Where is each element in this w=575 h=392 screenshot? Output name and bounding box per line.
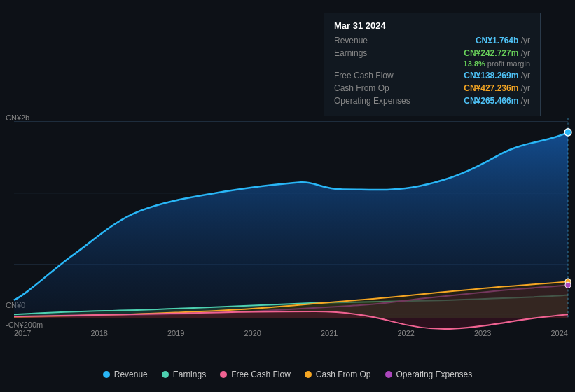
legend-label-revenue: Revenue: [114, 370, 148, 379]
tooltip-label-revenue: Revenue: [334, 36, 368, 46]
tooltip-label-fcf: Free Cash Flow: [334, 71, 394, 80]
tooltip-box: Mar 31 2024 Revenue CN¥1.764b /yr Earnin…: [324, 13, 541, 116]
tooltip-row-cfo: Cash From Op CN¥427.236m /yr: [334, 83, 530, 93]
tooltip-row-fcf: Free Cash Flow CN¥138.269m /yr: [334, 71, 530, 80]
legend-label-fcf: Free Cash Flow: [231, 370, 291, 379]
tooltip-row-opex: Operating Expenses CN¥265.466m /yr: [334, 96, 530, 106]
legend-dot-earnings: [162, 371, 169, 378]
x-label-2023: 2023: [474, 329, 491, 337]
tooltip-value-revenue: CN¥1.764b /yr: [476, 36, 530, 46]
tooltip-label-opex: Operating Expenses: [334, 96, 410, 106]
tooltip-date: Mar 31 2024: [334, 20, 530, 31]
tooltip-value-fcf: CN¥138.269m /yr: [464, 71, 530, 80]
svg-point-5: [564, 129, 571, 136]
x-label-2021: 2021: [321, 329, 338, 337]
legend-fcf[interactable]: Free Cash Flow: [220, 370, 291, 379]
x-axis: 2017 2018 2019 2020 2021 2022 2023 2024: [14, 329, 568, 337]
legend: Revenue Earnings Free Cash Flow Cash Fro…: [0, 370, 575, 379]
chart-container: Mar 31 2024 Revenue CN¥1.764b /yr Earnin…: [0, 0, 575, 392]
legend-label-opex: Operating Expenses: [396, 370, 473, 379]
x-label-2018: 2018: [91, 329, 108, 337]
tooltip-margin-pct: 13.8%: [464, 59, 485, 68]
legend-dot-fcf: [220, 371, 227, 378]
legend-dot-cfo: [305, 371, 312, 378]
x-label-2017: 2017: [14, 329, 31, 337]
tooltip-margin-label: profit margin: [487, 59, 530, 68]
tooltip-value-opex: CN¥265.466m /yr: [464, 96, 530, 106]
legend-label-cfo: Cash From Op: [316, 370, 371, 379]
x-label-2019: 2019: [167, 329, 184, 337]
tooltip-sub-margin: 13.8% profit margin: [334, 59, 530, 68]
legend-cfo[interactable]: Cash From Op: [305, 370, 371, 379]
svg-point-7: [565, 282, 571, 288]
tooltip-label-cfo: Cash From Op: [334, 83, 389, 93]
x-label-2020: 2020: [244, 329, 261, 337]
tooltip-label-earnings: Earnings: [334, 48, 367, 58]
legend-dot-opex: [385, 371, 392, 378]
legend-earnings[interactable]: Earnings: [162, 370, 206, 379]
tooltip-row-earnings: Earnings CN¥242.727m /yr: [334, 48, 530, 58]
x-label-2024: 2024: [551, 329, 568, 337]
legend-label-earnings: Earnings: [173, 370, 206, 379]
legend-revenue[interactable]: Revenue: [103, 370, 148, 379]
legend-dot-revenue: [103, 371, 110, 378]
x-label-2022: 2022: [398, 329, 415, 337]
tooltip-value-cfo: CN¥427.236m /yr: [464, 83, 530, 93]
tooltip-value-earnings: CN¥242.727m /yr: [464, 48, 530, 58]
legend-opex[interactable]: Operating Expenses: [385, 370, 473, 379]
tooltip-row-revenue: Revenue CN¥1.764b /yr: [334, 36, 530, 46]
